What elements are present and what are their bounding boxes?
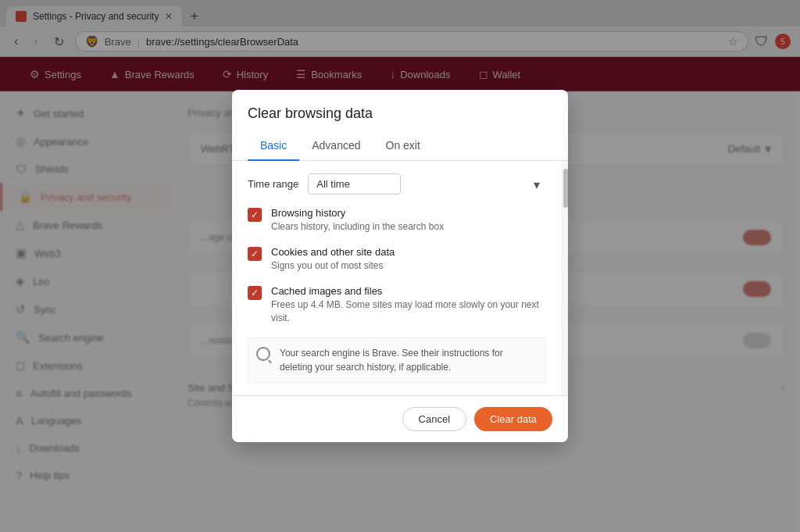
cached-images-item: ✓ Cached images and files Frees up 4.4 M… — [248, 285, 546, 325]
dialog-title: Clear browsing data — [232, 90, 568, 131]
cached-images-checkbox[interactable]: ✓ — [248, 286, 262, 300]
time-range-select-wrapper: All time Last hour Last 24 hours Last 7 … — [308, 173, 546, 195]
cached-images-title: Cached images and files — [271, 285, 546, 297]
search-engine-info-row: Your search engine is Brave. See their i… — [248, 337, 546, 383]
cookies-desc: Signs you out of most sites — [271, 259, 546, 273]
dialog-body: Time range All time Last hour Last 24 ho… — [232, 161, 562, 395]
cached-images-content: Cached images and files Frees up 4.4 MB.… — [271, 285, 546, 325]
tab-advanced[interactable]: Advanced — [299, 131, 373, 161]
browsing-history-desc: Clears history, including in the search … — [271, 220, 546, 234]
time-range-select[interactable]: All time Last hour Last 24 hours Last 7 … — [308, 173, 401, 195]
browsing-history-title: Browsing history — [271, 207, 546, 219]
cookies-checkbox[interactable]: ✓ — [248, 247, 262, 261]
scrollbar-thumb — [563, 169, 568, 208]
search-info-icon — [256, 347, 270, 361]
tab-basic[interactable]: Basic — [248, 131, 299, 161]
browsing-history-content: Browsing history Clears history, includi… — [271, 207, 546, 234]
cancel-button[interactable]: Cancel — [402, 407, 466, 431]
cached-images-desc: Frees up 4.4 MB. Some sites may load mor… — [271, 298, 546, 325]
tab-on-exit-label: On exit — [386, 139, 420, 152]
clear-data-button[interactable]: Clear data — [474, 407, 552, 431]
cookies-title: Cookies and other site data — [271, 246, 546, 258]
tab-basic-label: Basic — [260, 139, 287, 152]
cookies-item: ✓ Cookies and other site data Signs you … — [248, 246, 546, 273]
dialog-footer: Cancel Clear data — [232, 395, 568, 442]
tab-advanced-label: Advanced — [312, 139, 360, 152]
browsing-history-checkbox[interactable]: ✓ — [248, 208, 262, 222]
clear-browsing-data-dialog: Clear browsing data Basic Advanced On ex… — [232, 90, 568, 441]
cookies-content: Cookies and other site data Signs you ou… — [271, 246, 546, 273]
browsing-history-item: ✓ Browsing history Clears history, inclu… — [248, 207, 546, 234]
tab-on-exit[interactable]: On exit — [373, 131, 433, 161]
dialog-tab-bar: Basic Advanced On exit — [232, 131, 568, 161]
dialog-scrollbar[interactable] — [562, 161, 568, 395]
time-range-label: Time range — [248, 178, 298, 190]
time-range-row: Time range All time Last hour Last 24 ho… — [248, 173, 546, 195]
search-engine-info-text: Your search engine is Brave. See their i… — [280, 346, 538, 374]
dialog-overlay: Clear browsing data Basic Advanced On ex… — [0, 0, 800, 532]
